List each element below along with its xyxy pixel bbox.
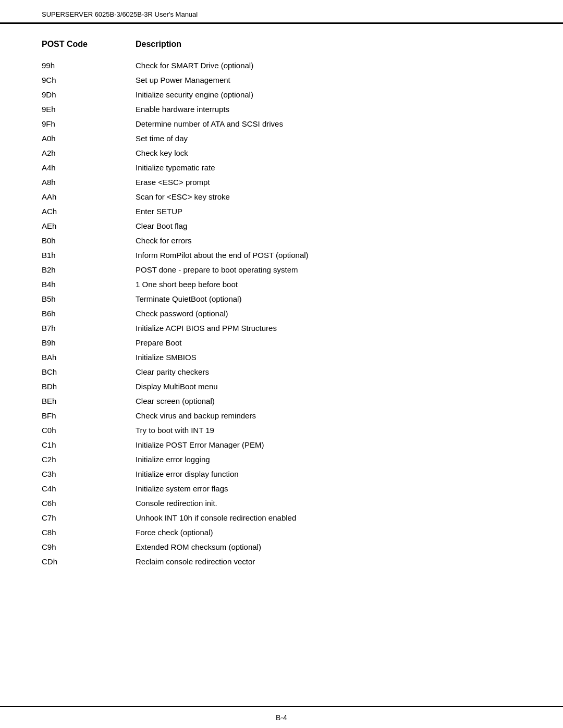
page-footer: B-4 bbox=[0, 706, 563, 728]
post-description: Clear parity checkers bbox=[136, 366, 521, 378]
table-row: BAhInitialize SMBIOS bbox=[42, 351, 521, 364]
post-code: BEh bbox=[42, 395, 136, 408]
post-description: Display MultiBoot menu bbox=[136, 380, 521, 393]
table-row: BDhDisplay MultiBoot menu bbox=[42, 380, 521, 393]
post-code: ACh bbox=[42, 205, 136, 218]
post-code: B7h bbox=[42, 322, 136, 335]
post-description: Inform RomPilot about the end of POST (o… bbox=[136, 249, 521, 262]
table-row: C0hTry to boot with INT 19 bbox=[42, 424, 521, 437]
post-code: B5h bbox=[42, 293, 136, 305]
post-code: A4h bbox=[42, 162, 136, 174]
post-code: C6h bbox=[42, 497, 136, 510]
table-row: B0hCheck for errors bbox=[42, 235, 521, 247]
col-desc-header: Description bbox=[136, 40, 181, 49]
table-row: C7hUnhook INT 10h if console redirection… bbox=[42, 512, 521, 524]
post-description: Check virus and backup reminders bbox=[136, 410, 521, 422]
post-description: Erase <ESC> prompt bbox=[136, 176, 521, 189]
table-row: C4hInitialize system error flags bbox=[42, 483, 521, 495]
post-code: B6h bbox=[42, 307, 136, 320]
table-row: 9ChSet up Power Management bbox=[42, 74, 521, 87]
table-row: B5hTerminate QuietBoot (optional) bbox=[42, 293, 521, 305]
post-description: Set time of day bbox=[136, 132, 521, 145]
post-code: BCh bbox=[42, 366, 136, 378]
post-description: Enable hardware interrupts bbox=[136, 103, 521, 116]
post-code: B0h bbox=[42, 235, 136, 247]
post-code: C7h bbox=[42, 512, 136, 524]
table-row: A8hErase <ESC> prompt bbox=[42, 176, 521, 189]
table-row: 9FhDetermine number of ATA and SCSI driv… bbox=[42, 118, 521, 130]
post-description: Initialize ACPI BIOS and PPM Structures bbox=[136, 322, 521, 335]
post-description: Set up Power Management bbox=[136, 74, 521, 87]
post-description: Initialize POST Error Manager (PEM) bbox=[136, 439, 521, 451]
table-row: B6hCheck password (optional) bbox=[42, 307, 521, 320]
table-row: BFhCheck virus and backup reminders bbox=[42, 410, 521, 422]
table-row: A0hSet time of day bbox=[42, 132, 521, 145]
post-code: B9h bbox=[42, 337, 136, 349]
table-row: BEhClear screen (optional) bbox=[42, 395, 521, 408]
post-description: Initialize typematic rate bbox=[136, 162, 521, 174]
table-row: A4hInitialize typematic rate bbox=[42, 162, 521, 174]
col-code-header: POST Code bbox=[42, 40, 136, 49]
post-code: C4h bbox=[42, 483, 136, 495]
post-description: Initialize security engine (optional) bbox=[136, 89, 521, 101]
post-description: Initialize error display function bbox=[136, 468, 521, 480]
post-description: Scan for <ESC> key stroke bbox=[136, 191, 521, 203]
post-description: Initialize error logging bbox=[136, 453, 521, 466]
post-code: C8h bbox=[42, 526, 136, 539]
post-code: BAh bbox=[42, 351, 136, 364]
post-description: Enter SETUP bbox=[136, 205, 521, 218]
page-number: B-4 bbox=[276, 713, 287, 722]
post-description: Initialize SMBIOS bbox=[136, 351, 521, 364]
post-description: Terminate QuietBoot (optional) bbox=[136, 293, 521, 305]
table-row: C3hInitialize error display function bbox=[42, 468, 521, 480]
post-code: 9Dh bbox=[42, 89, 136, 101]
post-description: Check password (optional) bbox=[136, 307, 521, 320]
table-body: 99hCheck for SMART Drive (optional)9ChSe… bbox=[42, 59, 521, 568]
post-description: Console redirection init. bbox=[136, 497, 521, 510]
post-description: Check for SMART Drive (optional) bbox=[136, 59, 521, 72]
post-code: 9Ch bbox=[42, 74, 136, 87]
post-description: Check for errors bbox=[136, 235, 521, 247]
table-row: 9EhEnable hardware interrupts bbox=[42, 103, 521, 116]
post-code: 9Fh bbox=[42, 118, 136, 130]
post-description: Force check (optional) bbox=[136, 526, 521, 539]
table-row: A2hCheck key lock bbox=[42, 147, 521, 159]
post-description: Try to boot with INT 19 bbox=[136, 424, 521, 437]
post-description: Clear Boot flag bbox=[136, 220, 521, 232]
post-description: POST done - prepare to boot operating sy… bbox=[136, 264, 521, 276]
post-description: Clear screen (optional) bbox=[136, 395, 521, 408]
post-description: Reclaim console redirection vector bbox=[136, 556, 521, 568]
table-row: B9hPrepare Boot bbox=[42, 337, 521, 349]
table-row: C6hConsole redirection init. bbox=[42, 497, 521, 510]
post-description: Determine number of ATA and SCSI drives bbox=[136, 118, 521, 130]
post-description: Unhook INT 10h if console redirection en… bbox=[136, 512, 521, 524]
post-description: Extended ROM checksum (optional) bbox=[136, 541, 521, 553]
table-row: B7hInitialize ACPI BIOS and PPM Structur… bbox=[42, 322, 521, 335]
header-title: SUPERSERVER 6025B-3/6025B-3R User's Manu… bbox=[42, 10, 198, 18]
post-code: A2h bbox=[42, 147, 136, 159]
table-row: C9hExtended ROM checksum (optional) bbox=[42, 541, 521, 553]
table-row: BChClear parity checkers bbox=[42, 366, 521, 378]
table-row: 9DhInitialize security engine (optional) bbox=[42, 89, 521, 101]
table-row: AAhScan for <ESC> key stroke bbox=[42, 191, 521, 203]
post-code: C3h bbox=[42, 468, 136, 480]
post-code: B1h bbox=[42, 249, 136, 262]
page-header: SUPERSERVER 6025B-3/6025B-3R User's Manu… bbox=[0, 0, 563, 24]
table-header: POST Code Description bbox=[42, 40, 521, 51]
post-code: C0h bbox=[42, 424, 136, 437]
post-code: B2h bbox=[42, 264, 136, 276]
table-row: C2hInitialize error logging bbox=[42, 453, 521, 466]
table-row: B4h1 One short beep before boot bbox=[42, 278, 521, 291]
table-row: C1hInitialize POST Error Manager (PEM) bbox=[42, 439, 521, 451]
table-row: B1hInform RomPilot about the end of POST… bbox=[42, 249, 521, 262]
post-code: A0h bbox=[42, 132, 136, 145]
table-row: CDhReclaim console redirection vector bbox=[42, 556, 521, 568]
post-code: C2h bbox=[42, 453, 136, 466]
post-code: BDh bbox=[42, 380, 136, 393]
table-row: B2hPOST done - prepare to boot operating… bbox=[42, 264, 521, 276]
post-code: CDh bbox=[42, 556, 136, 568]
post-description: Prepare Boot bbox=[136, 337, 521, 349]
table-row: AChEnter SETUP bbox=[42, 205, 521, 218]
post-description: Check key lock bbox=[136, 147, 521, 159]
post-code: BFh bbox=[42, 410, 136, 422]
